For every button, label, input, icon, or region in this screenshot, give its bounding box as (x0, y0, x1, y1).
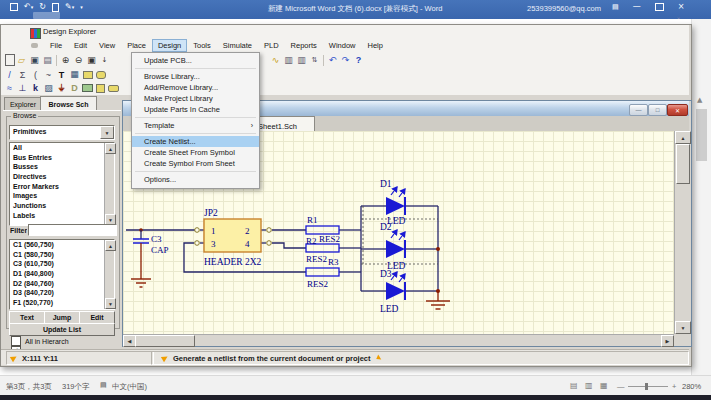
menu-edit[interactable]: Edit (68, 39, 93, 52)
zoom-out-button[interactable]: — (617, 382, 625, 391)
bus-tool-icon[interactable]: ⊥ (16, 82, 29, 95)
wire-tool-icon[interactable]: ≈ (3, 82, 16, 95)
menu-design[interactable]: Design (152, 39, 187, 52)
browse-library-icon[interactable]: ▥ (282, 54, 295, 67)
list-item[interactable]: Directives (10, 172, 114, 182)
menu-window[interactable]: Window (323, 39, 362, 52)
proofing-icon[interactable]: ▤ (100, 382, 107, 389)
scroll-thumb[interactable] (135, 335, 195, 347)
account-email[interactable]: 2539399560@qq.com (527, 4, 601, 13)
zoom-slider-thumb[interactable] (645, 383, 648, 390)
read-mode-icon[interactable]: ▤ (570, 382, 578, 390)
canvas-hscrollbar[interactable]: ◀ ▶ (123, 334, 674, 346)
rounded-rectangle-tool-icon[interactable] (94, 68, 107, 81)
net-label-tool-icon[interactable]: ▨ (42, 82, 55, 95)
browse-mode-select[interactable]: Primitives ▼ (9, 125, 115, 140)
list-item[interactable]: Labels (10, 211, 114, 221)
object-item[interactable]: F1 (520,770) (10, 298, 114, 308)
more-commands-icon[interactable]: ▾ (80, 5, 83, 10)
minimize-button[interactable]: — (633, 3, 641, 11)
list-item[interactable]: Error Markers (10, 182, 114, 192)
doc-maximize-button[interactable]: □ (648, 104, 667, 116)
ribbon-options-icon[interactable]: ▤ (612, 4, 619, 11)
draw-icon[interactable]: ✎▾ (65, 3, 74, 11)
component-d1[interactable]: D1 LED (380, 179, 406, 226)
component-c3[interactable]: C3 CAP (131, 228, 169, 287)
list-item[interactable]: Bus Entries (10, 153, 114, 163)
page-indicator[interactable]: 第3页，共3页 (6, 382, 52, 392)
scroll-up-icon[interactable]: ▲ (105, 143, 116, 154)
object-item[interactable]: D1 (840,800) (10, 269, 114, 279)
text-tool-icon[interactable]: T (55, 68, 68, 81)
menu-item-update-parts-in-cache[interactable]: Update Parts In Cache (132, 104, 259, 115)
save-icon[interactable] (10, 3, 18, 11)
zoom-slider[interactable] (628, 386, 668, 387)
menu-item-create-symbol-from-sheet[interactable]: Create Symbol From Sheet (132, 158, 259, 169)
dropdown-arrow-icon[interactable]: ▼ (100, 126, 114, 139)
port-tool-icon[interactable] (107, 82, 120, 95)
scroll-thumb[interactable] (676, 144, 690, 184)
menu-item-create-netlist[interactable]: Create Netlist... (132, 136, 259, 147)
tab-explorer[interactable]: Explorer (4, 97, 42, 111)
ribbon-tab-highlight[interactable] (33, 12, 60, 19)
part-tool-icon[interactable]: D (68, 82, 81, 95)
scroll-down-icon[interactable]: ▼ (105, 298, 116, 309)
menu-item-make-project-library[interactable]: Make Project Library (132, 93, 259, 104)
menu-view[interactable]: View (93, 39, 121, 52)
power-port-tool-icon[interactable]: ⏚ (55, 82, 68, 95)
zoom-percent[interactable]: 280% (682, 382, 701, 391)
print-layout-icon[interactable]: ▥ (585, 382, 593, 390)
object-item[interactable]: D2 (840,760) (10, 279, 114, 289)
scroll-thumb[interactable] (696, 109, 707, 161)
objects-scrollbar[interactable]: ▲ ▼ (104, 240, 114, 309)
fit-document-icon[interactable]: ↓ (98, 54, 111, 67)
close-button[interactable]: × (678, 3, 685, 11)
undo-icon[interactable]: ↶ (326, 54, 339, 67)
zoom-in-icon[interactable]: ⊕ (59, 54, 72, 67)
collapse-ribbon-icon[interactable]: ⌄ (676, 14, 681, 20)
object-item[interactable]: C1 (580,750) (10, 250, 114, 260)
polygon-tool-icon[interactable]: Σ (16, 68, 29, 81)
all-in-hierarchy-checkbox[interactable] (11, 336, 21, 346)
menubar-grip[interactable] (31, 43, 38, 48)
update-parts-icon[interactable]: ⇅ (308, 54, 321, 67)
menu-item-template[interactable]: Template › (132, 120, 259, 131)
language-indicator[interactable]: 中文(中国) (112, 382, 147, 392)
doc-close-button[interactable]: ✕ (667, 104, 688, 116)
scroll-up-icon[interactable]: ▲ (105, 240, 116, 251)
line-tool-icon[interactable]: / (3, 68, 16, 81)
arc-tool-icon[interactable]: ( (29, 68, 42, 81)
menu-item-add-remove-library[interactable]: Add/Remove Library... (132, 82, 259, 93)
component-d2[interactable]: D2 LED (380, 222, 406, 271)
menu-file[interactable]: File (44, 39, 68, 52)
component-jp2[interactable]: 1 2 3 4 JP2 HEADER 2X2 (195, 208, 272, 267)
image-tool-icon[interactable]: ▦ (68, 68, 81, 81)
open-document-icon[interactable]: ▱ (15, 54, 28, 67)
undo-icon[interactable]: ↶▾ (24, 3, 33, 11)
objects-list[interactable]: C1 (560,750) C1 (580,750) C3 (610,750) D… (9, 239, 115, 310)
menu-item-create-sheet-from-symbol[interactable]: Create Sheet From Symbol (132, 147, 259, 158)
scroll-down-icon[interactable]: ▼ (675, 321, 691, 334)
zoom-out-icon[interactable]: ⊖ (72, 54, 85, 67)
new-sheet-icon[interactable] (5, 54, 15, 66)
categories-scrollbar[interactable]: ▲ ▼ (104, 143, 114, 225)
menu-place[interactable]: Place (121, 39, 152, 52)
scroll-up-icon[interactable]: ▲ (697, 97, 702, 104)
bus-entry-tool-icon[interactable]: k (29, 82, 42, 95)
scroll-up-icon[interactable]: ▲ (675, 131, 691, 144)
object-item[interactable]: C1 (560,750) (10, 240, 114, 250)
doc-minimize-button[interactable]: — (629, 104, 648, 116)
rectangle-tool-icon[interactable] (81, 68, 94, 81)
update-list-button[interactable]: Update List (9, 323, 115, 336)
restore-button[interactable] (655, 3, 664, 11)
sheet-entry-tool-icon[interactable] (94, 82, 107, 95)
categories-list[interactable]: All Bus Entries Busses Directives Error … (9, 142, 115, 226)
menu-item-browse-library[interactable]: Browse Library... (132, 71, 259, 82)
bezier-tool-icon[interactable]: ~ (42, 68, 55, 81)
zoom-in-button[interactable]: + (672, 382, 676, 391)
redo-icon[interactable]: ↷ (339, 54, 352, 67)
library-list-icon[interactable]: ▥ (295, 54, 308, 67)
run-simulation-icon[interactable]: ∿ (269, 54, 282, 67)
print-icon[interactable]: ▤ (41, 54, 54, 67)
redo-icon[interactable]: ↻ (39, 3, 46, 11)
